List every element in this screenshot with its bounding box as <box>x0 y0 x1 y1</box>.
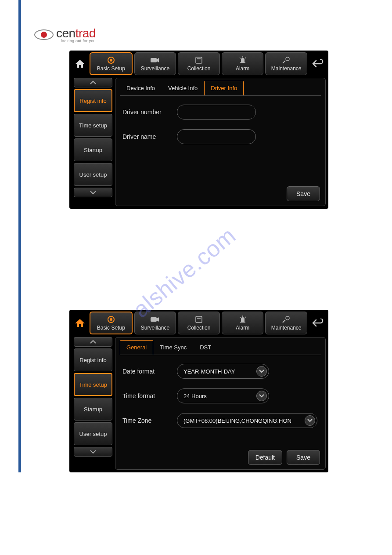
camera-icon <box>150 315 160 324</box>
svg-rect-5 <box>240 62 245 63</box>
topnav-label: Basic Setup <box>97 65 125 72</box>
topnav-label: Basic Setup <box>97 325 125 331</box>
sidebar-scroll-up[interactable] <box>74 78 112 87</box>
brand-logo-icon <box>34 29 54 40</box>
wrench-gear-icon <box>282 56 291 65</box>
disk-icon <box>195 315 203 324</box>
tab-dst[interactable]: DST <box>193 340 218 355</box>
select-value: (GMT+08:00)BEIJING,CHONGQING,HON <box>183 417 291 424</box>
disk-icon <box>195 56 203 65</box>
date-format-label: Date format <box>122 368 171 375</box>
device-screenshot-1: Basic Setup Surveillance Collection Alar… <box>69 51 328 209</box>
camera-icon <box>150 56 160 65</box>
button-label: Default <box>255 454 275 461</box>
tab-label: Device Info <box>126 85 155 91</box>
topnav-label: Alarm <box>236 65 249 72</box>
default-button[interactable]: Default <box>248 450 282 465</box>
device-screenshot-2: Basic Setup Surveillance Collection Alar… <box>69 310 328 472</box>
sidebar-item-label: Regist info <box>79 357 106 363</box>
button-label: Save <box>296 454 310 461</box>
chevron-down-icon <box>256 366 267 377</box>
tab-label: DST <box>200 344 211 351</box>
sidebar-scroll-down[interactable] <box>74 447 112 457</box>
svg-rect-2 <box>151 58 157 62</box>
brand-header: centrad looking out for you <box>34 26 359 45</box>
home-icon[interactable] <box>72 56 88 72</box>
sidebar-scroll-up[interactable] <box>74 337 112 347</box>
topnav-maintenance[interactable]: Maintenance <box>265 312 307 334</box>
topnav-basic-setup[interactable]: Basic Setup <box>90 52 133 75</box>
sidebar-item-startup[interactable]: Startup <box>74 398 112 421</box>
topnav-label: Maintenance <box>271 65 302 72</box>
topnav-collection[interactable]: Collection <box>178 52 220 75</box>
time-format-select[interactable]: 24 Hours <box>177 388 269 403</box>
back-icon[interactable] <box>310 56 326 72</box>
button-label: Save <box>296 190 310 197</box>
tab-time-sync[interactable]: Time Sync <box>153 340 193 355</box>
chevron-down-icon <box>256 391 267 401</box>
svg-point-1 <box>110 59 112 62</box>
select-value: YEAR-MONTH-DAY <box>183 368 235 375</box>
svg-line-7 <box>240 58 241 58</box>
tab-driver-info[interactable]: Driver Info <box>204 81 244 95</box>
tab-label: General <box>126 344 147 351</box>
sidebar-item-label: Startup <box>84 406 102 413</box>
wrench-gear-icon <box>282 315 291 324</box>
sidebar-item-user-setup[interactable]: User setup <box>74 163 112 186</box>
topnav-collection[interactable]: Collection <box>178 312 220 334</box>
save-button[interactable]: Save <box>287 186 320 201</box>
tab-vehicle-info[interactable]: Vehicle Info <box>162 81 204 95</box>
sidebar-item-regist-info[interactable]: Regist info <box>74 348 112 371</box>
svg-rect-12 <box>151 317 157 322</box>
back-icon[interactable] <box>310 315 326 331</box>
tab-label: Time Sync <box>160 344 187 351</box>
tab-general[interactable]: General <box>120 340 153 355</box>
topnav-surveillance[interactable]: Surveillance <box>134 312 176 334</box>
chevron-down-icon <box>305 415 315 426</box>
svg-rect-3 <box>196 57 202 63</box>
topnav-label: Collection <box>187 65 211 72</box>
sidebar-item-regist-info[interactable]: Regist info <box>74 89 112 112</box>
svg-rect-15 <box>240 322 245 323</box>
driver-name-label: Driver name <box>122 133 171 140</box>
driver-name-field[interactable] <box>177 129 256 144</box>
topnav-label: Collection <box>187 325 211 331</box>
svg-rect-4 <box>197 58 201 59</box>
home-icon[interactable] <box>72 315 88 331</box>
topnav-label: Surveillance <box>141 65 169 72</box>
topnav-label: Alarm <box>236 325 249 331</box>
sidebar-item-label: User setup <box>79 171 107 178</box>
topnav-label: Surveillance <box>141 325 169 331</box>
svg-line-18 <box>245 317 246 318</box>
sidebar-scroll-down[interactable] <box>74 188 112 197</box>
sidebar-item-label: Startup <box>84 147 102 153</box>
svg-point-11 <box>110 318 112 321</box>
tab-device-info[interactable]: Device Info <box>120 81 162 95</box>
brand-tagline: looking out for you <box>56 39 96 43</box>
topnav-surveillance[interactable]: Surveillance <box>134 52 176 75</box>
topnav-alarm[interactable]: Alarm <box>222 52 264 75</box>
time-format-label: Time format <box>122 392 171 399</box>
gear-icon <box>107 315 115 324</box>
sidebar-item-label: Time setup <box>79 122 107 129</box>
sidebar-item-time-setup[interactable]: Time setup <box>74 114 112 137</box>
select-value: 24 Hours <box>183 393 207 399</box>
topnav-alarm[interactable]: Alarm <box>222 312 264 334</box>
sidebar-item-user-setup[interactable]: User setup <box>74 422 112 445</box>
driver-number-label: Driver number <box>122 109 171 116</box>
topnav-basic-setup[interactable]: Basic Setup <box>90 312 133 334</box>
gear-icon <box>107 56 115 65</box>
sidebar-item-time-setup[interactable]: Time setup <box>74 373 112 396</box>
date-format-select[interactable]: YEAR-MONTH-DAY <box>177 364 269 379</box>
siren-icon <box>238 315 247 324</box>
svg-rect-14 <box>197 318 201 319</box>
svg-point-9 <box>286 57 289 61</box>
save-button[interactable]: Save <box>287 450 320 465</box>
svg-line-8 <box>245 58 246 58</box>
svg-line-17 <box>240 317 241 318</box>
driver-number-field[interactable] <box>177 105 256 120</box>
sidebar-item-startup[interactable]: Startup <box>74 138 112 161</box>
time-zone-select[interactable]: (GMT+08:00)BEIJING,CHONGQING,HON <box>177 413 317 428</box>
topnav-maintenance[interactable]: Maintenance <box>265 52 307 75</box>
svg-point-19 <box>286 316 289 320</box>
